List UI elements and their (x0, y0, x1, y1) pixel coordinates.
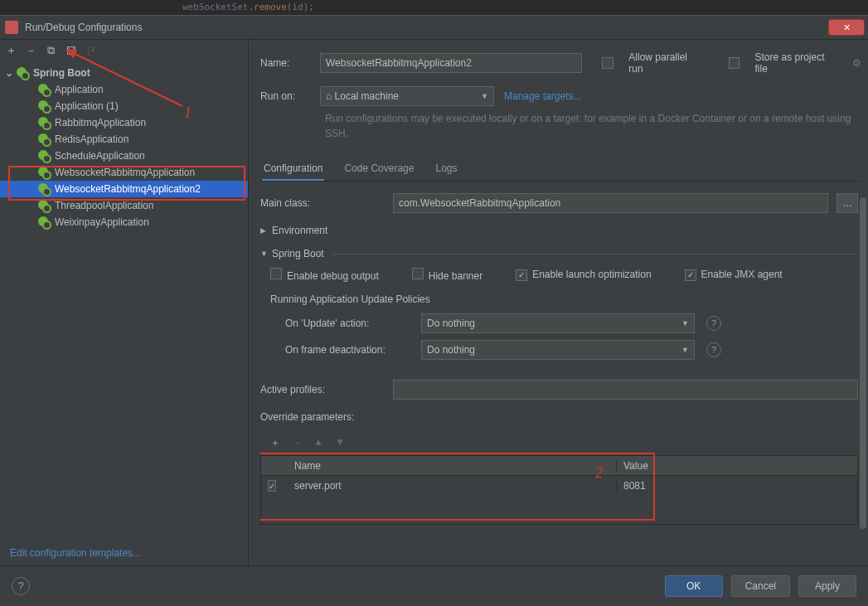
tree-item[interactable]: Application (1) (0, 98, 248, 114)
spring-icon (38, 216, 48, 226)
on-update-select[interactable]: Do nothing ▼ (421, 313, 695, 333)
tree-item[interactable]: WebsocketRabbitmqApplication (0, 164, 248, 181)
store-project-checkbox[interactable] (729, 57, 740, 69)
run-on-hint: Run configurations may be executed local… (325, 111, 861, 141)
col-value-header: Value (617, 460, 857, 472)
sidebar: ＋ － ⧉ 🖫 ↓² ⌄ Spring Boot Application App… (0, 40, 249, 565)
tree-item[interactable]: RabbitmqApplication (0, 114, 248, 131)
spring-icon (38, 117, 48, 127)
spring-icon (38, 133, 48, 143)
enable-launch-opt-checkbox[interactable] (516, 269, 527, 281)
row-name[interactable]: server.port (288, 480, 617, 492)
table-row[interactable]: server.port 8081 (261, 476, 857, 496)
help-icon[interactable]: ? (706, 316, 721, 331)
allow-parallel-label: Allow parallel run (628, 51, 703, 75)
tree-root-label: Spring Boot (33, 67, 90, 79)
spring-icon (38, 183, 48, 193)
environment-section[interactable]: ▶ Environment (260, 225, 858, 236)
config-tree[interactable]: ⌄ Spring Boot Application Application (1… (0, 61, 248, 541)
run-on-select[interactable]: ⌂ Local machine ▼ (320, 86, 494, 106)
tab-configuration[interactable]: Configuration (262, 158, 324, 181)
footer: ? OK Cancel Apply (0, 565, 868, 605)
window-title: Run/Debug Configurations (25, 22, 142, 33)
override-params-label: Override parameters: (260, 411, 858, 423)
chevron-down-icon: ▼ (260, 250, 272, 258)
apply-button[interactable]: Apply (798, 575, 856, 597)
save-icon[interactable]: 🖫 (65, 45, 76, 56)
spring-icon (38, 150, 48, 160)
annotation-label-2: 2 (595, 464, 603, 482)
close-button[interactable]: ✕ (828, 19, 865, 36)
enable-jmx-checkbox[interactable] (685, 269, 696, 281)
enable-debug-checkbox[interactable] (270, 268, 282, 279)
spring-icon (17, 67, 27, 77)
active-profiles-input[interactable] (393, 380, 858, 400)
row-checkbox[interactable] (268, 480, 276, 492)
active-profiles-label: Active profiles: (260, 384, 385, 395)
policies-label: Running Application Update Policies (270, 293, 858, 305)
chevron-down-icon: ▼ (681, 319, 689, 327)
tab-code-coverage[interactable]: Code Coverage (342, 158, 415, 181)
spring-icon (38, 100, 48, 110)
tree-item[interactable]: Application (0, 81, 248, 98)
spring-icon (38, 84, 48, 94)
tabs: Configuration Code Coverage Logs (260, 158, 861, 182)
app-icon (5, 21, 18, 34)
enable-launch-opt-label: Enable launch optimization (532, 269, 651, 280)
main-class-input[interactable] (393, 193, 828, 213)
home-icon: ⌂ (326, 90, 332, 102)
chevron-right-icon: ▶ (260, 226, 272, 235)
main-class-browse-button[interactable]: … (836, 193, 858, 213)
tree-item[interactable]: RedisApplication (0, 131, 248, 148)
col-name-header: Name (288, 460, 617, 472)
chevron-down-icon: ▼ (681, 346, 689, 354)
allow-parallel-checkbox[interactable] (602, 57, 613, 69)
help-icon[interactable]: ? (706, 342, 721, 357)
override-parameters-table: ＋ － ▲ ▼ Name Value server.port (260, 431, 858, 525)
name-input[interactable] (320, 53, 582, 73)
chevron-down-icon: ▼ (481, 92, 488, 100)
vertical-scrollbar[interactable] (860, 197, 866, 554)
tree-item[interactable]: ScheduleApplication (0, 148, 248, 164)
ok-button[interactable]: OK (665, 575, 723, 597)
tree-root-spring-boot[interactable]: ⌄ Spring Boot (0, 65, 248, 81)
tree-item-selected[interactable]: WebsocketRabbitmqApplication2 (0, 181, 248, 197)
background-code-line: webSocketSet.remove(id); (0, 0, 868, 15)
tab-logs[interactable]: Logs (434, 158, 458, 181)
sidebar-toolbar: ＋ － ⧉ 🖫 ↓² (0, 40, 248, 61)
on-frame-label: On frame deactivation: (285, 344, 410, 356)
hide-banner-checkbox[interactable] (412, 268, 424, 279)
cancel-button[interactable]: Cancel (731, 575, 790, 597)
on-update-label: On 'Update' action: (285, 318, 410, 329)
store-project-label: Store as project file (754, 51, 839, 75)
remove-icon[interactable]: － (25, 45, 36, 56)
title-bar: Run/Debug Configurations ✕ (0, 15, 868, 40)
row-value[interactable]: 8081 (617, 480, 857, 492)
param-add-icon[interactable]: ＋ (270, 436, 280, 450)
spring-boot-section[interactable]: ▼ Spring Boot (260, 248, 858, 259)
copy-icon[interactable]: ⧉ (45, 45, 56, 56)
chevron-down-icon: ⌄ (5, 67, 15, 79)
enable-debug-label: Enable debug output (287, 270, 379, 282)
tree-item[interactable]: ThreadpoolApplication (0, 197, 248, 214)
main-class-label: Main class: (260, 197, 310, 209)
content-panel: Name: Allow parallel run Store as projec… (249, 40, 868, 565)
annotation-label-1: 1 (184, 104, 192, 122)
param-down-icon[interactable]: ▼ (335, 436, 345, 450)
manage-targets-link[interactable]: Manage targets... (504, 90, 581, 102)
name-label: Name: (260, 57, 310, 69)
run-on-label: Run on: (260, 90, 310, 102)
sort-icon[interactable]: ↓² (85, 45, 96, 56)
add-icon[interactable]: ＋ (5, 45, 17, 56)
on-frame-select[interactable]: Do nothing ▼ (421, 340, 695, 360)
edit-templates-link[interactable]: Edit configuration templates... (0, 541, 248, 565)
tree-item[interactable]: WeixinpayApplication (0, 214, 248, 230)
spring-icon (38, 200, 48, 210)
hide-banner-label: Hide banner (429, 270, 482, 282)
gear-icon[interactable]: ⚙ (852, 57, 861, 69)
param-remove-icon[interactable]: － (292, 436, 302, 450)
spring-icon (38, 167, 48, 177)
enable-jmx-label: Enable JMX agent (701, 269, 783, 280)
help-button[interactable]: ? (12, 577, 30, 595)
param-up-icon[interactable]: ▲ (313, 436, 323, 450)
